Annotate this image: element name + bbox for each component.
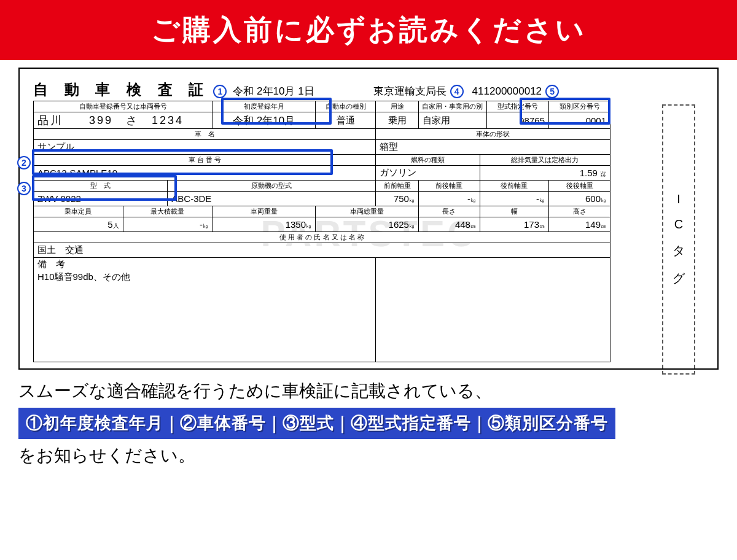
issue-date: 令和 2年10月 1日 <box>233 84 314 98</box>
badge-4-icon: 4 <box>450 85 464 98</box>
badge-1-icon: 1 <box>213 85 227 98</box>
h-user: 使 用 者 の 氏 名 又 は 名 称 <box>34 232 610 243</box>
v-user: 国土 交通 <box>34 243 610 258</box>
h-private: 自家用・事業用の別 <box>418 101 486 112</box>
footer-line3: をお知らせください。 <box>18 443 719 469</box>
h-car-name: 車 名 <box>34 129 376 140</box>
v-use: 乗用 <box>376 112 419 129</box>
h-shape: 車体の形状 <box>376 129 610 140</box>
v-capacity: 5人 <box>34 217 123 232</box>
h-use: 用途 <box>376 101 419 112</box>
h-capacity: 乗車定員 <box>34 206 123 217</box>
badge-3-pos: 3 <box>17 182 31 195</box>
v-length: 448㎝ <box>418 217 480 232</box>
ic-tag-label: I <box>677 192 680 206</box>
ic-tag-box: I C タ グ <box>662 104 695 375</box>
v-shape: 箱型 <box>376 140 610 155</box>
v-weight: 1350㎏ <box>213 217 316 232</box>
v-remarks: 備 考 H10騒音99db、その他 <box>34 258 376 362</box>
v-front-axle: 750㎏ <box>376 192 419 206</box>
highlight-box-2 <box>32 149 333 175</box>
header-banner: ご購入前に必ずお読みください <box>0 0 737 60</box>
highlight-box-1 <box>221 98 332 125</box>
footer-text: スムーズな適合確認を行うために車検証に記載されている、 ①初年度検査年月｜②車体… <box>18 378 719 469</box>
h-axle3: 後前軸重 <box>480 181 548 192</box>
certificate-frame: PARTSTEC 自 動 車 検 査 証 1 令和 2年10月 1日 東京運輸支… <box>18 68 719 370</box>
h-axle2: 前後軸重 <box>418 181 480 192</box>
h-rear-axle: 後後軸重 <box>549 181 610 192</box>
certificate: 自 動 車 検 査 証 1 令和 2年10月 1日 東京運輸支局長 4 4112… <box>33 80 704 362</box>
v-height: 149㎝ <box>549 217 610 232</box>
highlight-box-4-5 <box>520 98 610 125</box>
v-displacement: 1.59 ㍑ <box>480 166 610 181</box>
h-width: 幅 <box>480 206 548 217</box>
v-fuel: ガソリン <box>376 166 480 181</box>
v-axle3: -㎏ <box>480 192 548 206</box>
certificate-title: 自 動 車 検 査 証 <box>33 80 209 99</box>
badge-5-icon: 5 <box>545 85 559 98</box>
certificate-table: 自動車登録番号又は車両番号 初度登録年月 自動車の種別 用途 自家用・事業用の別… <box>33 101 610 362</box>
v-load: -㎏ <box>123 217 213 232</box>
badge-2-icon: 2 <box>17 156 31 169</box>
v-gross: 1625㎏ <box>316 217 419 232</box>
h-engine: 原動機の型式 <box>168 181 376 192</box>
h-gross: 車両総重量 <box>316 206 419 217</box>
footer-highlight: ①初年度検査年月｜②車体番号｜③型式｜④型式指定番号｜⑤類別区分番号 <box>18 408 615 439</box>
v-private: 自家用 <box>418 112 486 129</box>
v-rear-axle: 600㎏ <box>549 192 610 206</box>
v-plate: 品川 399 さ 1234 <box>34 112 213 129</box>
badge-2-pos: 2 <box>17 156 31 169</box>
h-weight: 車両重量 <box>213 206 316 217</box>
footer-line1: スムーズな適合確認を行うために車検証に記載されている、 <box>18 378 719 404</box>
h-length: 長さ <box>418 206 480 217</box>
issuer: 東京運輸支局長 <box>373 84 446 98</box>
h-displacement: 総排気量又は定格出力 <box>480 155 610 166</box>
highlight-box-3 <box>32 175 177 201</box>
h-fuel: 燃料の種類 <box>376 155 480 166</box>
v-width: 173㎝ <box>480 217 548 232</box>
h-plate: 自動車登録番号又は車両番号 <box>34 101 213 112</box>
h-front-axle: 前前軸重 <box>376 181 419 192</box>
h-height: 高さ <box>549 206 610 217</box>
serial-number: 411200000012 <box>472 85 542 98</box>
badge-3-icon: 3 <box>17 182 31 195</box>
v-axle2: -㎏ <box>418 192 480 206</box>
remarks-right <box>376 258 610 362</box>
v-engine: ABC-3DE <box>168 192 376 206</box>
h-load: 最大積載量 <box>123 206 213 217</box>
